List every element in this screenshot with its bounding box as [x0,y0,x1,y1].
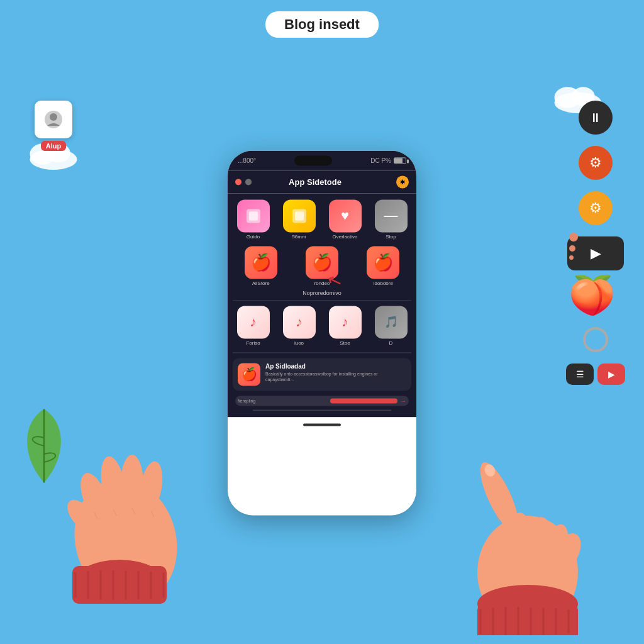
lines-button-decoration: ☰ [566,364,594,385]
progress-fill [330,398,397,403]
titlebar-settings-icon[interactable]: ✱ [396,175,409,188]
progress-area: fieropling → [233,396,411,411]
progress-bar: fieropling → [235,396,409,406]
app-label-luoo: luoo [294,340,304,346]
app-cell-d[interactable]: 🎵 D [370,306,411,346]
app-label-56mm: 56mm [292,234,306,240]
app-cell-overlactivo[interactable]: ♥ Overlactivo [325,199,365,240]
app-label-idobdore: idobdore [374,280,393,286]
app-topleft-icon [35,101,72,138]
blog-title: Blog insedt [284,16,360,32]
app-icon-stop: — [375,199,408,232]
apple-decoration: 🍑 [569,277,613,321]
app-cell-foriso[interactable]: ♪ Foriso [233,306,274,346]
svg-rect-11 [295,211,304,220]
app-topleft-label: Alup [41,141,66,151]
blog-title-container: Blog insedt [265,11,379,38]
detail-icon: 🍎 [238,363,260,386]
detail-description: Basically onto accesstoraswolbop for ins… [265,371,406,382]
app-label-stoe: Stoe [340,340,350,346]
progress-text: fieropling [238,399,330,403]
home-indicator [303,423,341,426]
app-icon-foriso: ♪ [237,306,270,338]
phone-body: ...800° DC P% App Sidetode ✱ [228,150,416,515]
app-cell-stop[interactable]: — Stop [370,199,411,240]
svg-rect-15 [72,566,167,604]
left-hand [57,415,195,606]
battery-icon [394,157,406,164]
right-hand [449,434,606,638]
progress-line [253,409,392,411]
app-icon-idobdore: 🍎 [367,246,399,279]
app-label-foriso: Foriso [246,340,260,346]
circle-decoration [583,327,608,352]
app-icon-allstore: 🍎 [245,246,277,279]
play-red-decoration: ▶ [597,364,625,385]
app-label-allstore: AllStore [252,280,270,286]
divider-1 [233,300,411,301]
app-label-guido: Guido [247,234,260,240]
phone-app-title: App Sidetode [238,177,392,187]
divider-2 [233,352,411,353]
app-icon-luoo: ♪ [283,306,316,338]
phone-status-bar: ...800° DC P% [228,150,416,170]
dots-decoration [569,233,578,260]
detail-text: Ap Sidloadad Basically onto accesstorasw… [265,363,406,382]
gear-orange-decoration: ⚙ [579,191,613,225]
svg-point-7 [50,113,57,121]
svg-rect-9 [249,211,258,220]
app-icon-guido [237,199,270,232]
app-cell-56mm[interactable]: 56mm [279,199,319,240]
progress-arrow: → [400,397,406,404]
status-text: DC P% [370,157,391,164]
app-cell-idobdore[interactable]: 🍎 idobdore [355,246,411,286]
detail-title: Ap Sidloadad [265,363,406,370]
phone-screen: Guido 56mm ♥ Overlactivo [228,193,416,417]
app-label-overlactivo: Overlactivo [332,234,357,240]
app-icon-stoe: ♪ [329,306,362,338]
app-cell-stoe[interactable]: ♪ Stoe [325,306,365,346]
app-grid-row1: Guido 56mm ♥ Overlactivo [233,199,411,240]
app-grid-row2: 🍎 AllStore 🍎 rondeo 🍎 idobdore [233,246,411,286]
app-cell-guido[interactable]: Guido [233,199,274,240]
phone-bottom-bar [228,417,416,432]
app-icon-overlactivo: ♥ [329,199,362,232]
app-cell-allstore[interactable]: 🍎 AllStore [233,246,289,286]
phone-mockup: ...800° DC P% App Sidetode ✱ [228,150,416,515]
music-row: ♪ Foriso ♪ luoo ♪ Stoe 🎵 D [233,306,411,346]
recommended-label: Noproredomivo [233,290,411,296]
app-cell-luoo[interactable]: ♪ luoo [279,306,319,346]
status-left: ...800° [238,157,256,164]
app-topleft-decoration: Alup [35,101,72,151]
detail-section: 🍎 Ap Sidloadad Basically onto accesstora… [233,358,411,391]
app-icon-56mm [283,199,316,232]
app-label-stop: Stop [386,234,396,240]
phone-notch [294,155,332,165]
app-label-d: D [389,340,393,346]
phone-titlebar: App Sidetode ✱ [228,170,416,193]
gear-red-decoration: ⚙ [579,146,613,180]
status-right: DC P% [370,157,406,164]
app-icon-d: 🎵 [375,306,408,338]
pause-button-decoration: ⏸ [579,101,613,135]
